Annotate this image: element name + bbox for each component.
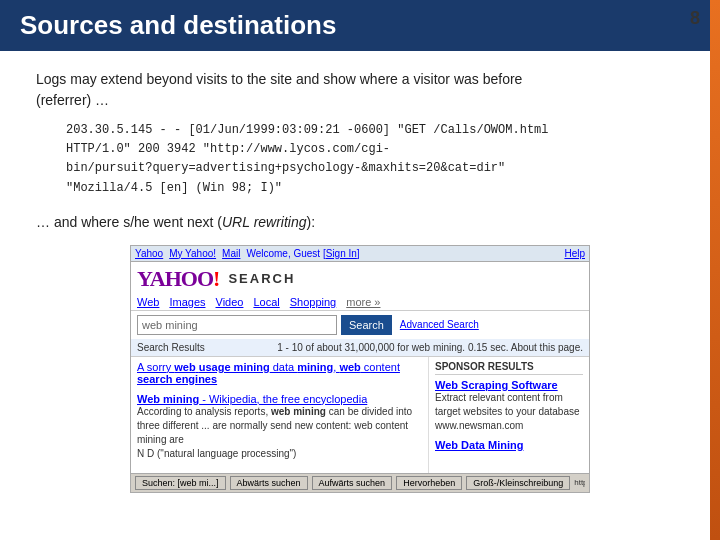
- yahoo-logo: YAHOO !: [137, 266, 220, 292]
- results-right: SPONSOR RESULTS Web Scraping Software Ex…: [429, 357, 589, 473]
- advanced-search-link[interactable]: Advanced Search: [400, 319, 479, 330]
- title-bar: Sources and destinations: [0, 0, 720, 51]
- taskbar-url: http://dcsb.yahoo.com/y1=Al-ge-ll%7e%1ew…: [574, 478, 585, 487]
- taskbar-hervorh-btn[interactable]: Hervorheben: [396, 476, 462, 490]
- search-input[interactable]: [137, 315, 337, 335]
- taskbar-aufwarts-btn[interactable]: Aufwärts suchen: [312, 476, 393, 490]
- signin-link[interactable]: Sign In: [326, 248, 357, 259]
- nav-local[interactable]: Local: [253, 296, 279, 308]
- yahoo-logo-text: YAHOO: [137, 266, 213, 292]
- taskbar-search-btn[interactable]: Suchen: [web mi...]: [135, 476, 226, 490]
- results-main: A sorry web usage mining data mining, we…: [131, 357, 589, 473]
- sponsor-title-2[interactable]: Web Data Mining: [435, 439, 583, 451]
- results-header-bar: Search Results 1 - 10 of about 31,000,00…: [131, 339, 589, 357]
- log-line2: HTTP/1.0" 200 3942 "http://www.lycos.com…: [66, 140, 684, 159]
- yahoo-screenshot: Yahoo My Yahoo! Mail Welcome, Guest [Sig…: [130, 245, 590, 493]
- results-header-label: Search Results: [137, 342, 205, 353]
- sponsor-desc-1: Extract relevant content from target web…: [435, 391, 583, 433]
- sponsor-item-1: Web Scraping Software Extract relevant c…: [435, 379, 583, 433]
- log-line4: "Mozilla/4.5 [en] (Win 98; I)": [66, 179, 684, 198]
- content-area: Logs may extend beyond visits to the sit…: [0, 51, 720, 503]
- intro-text: Logs may extend beyond visits to the sit…: [36, 69, 684, 111]
- taskbar-gross-btn[interactable]: Groß-/Kleinschreibung: [466, 476, 570, 490]
- welcome-text: Welcome, Guest [Sign In]: [246, 248, 359, 259]
- search-label: SEARCH: [228, 271, 295, 286]
- nav-images[interactable]: Images: [169, 296, 205, 308]
- sponsor-title-1[interactable]: Web Scraping Software: [435, 379, 583, 391]
- browser-top-bar: Yahoo My Yahoo! Mail Welcome, Guest [Sig…: [131, 246, 589, 262]
- yahoo-link[interactable]: Yahoo: [135, 248, 163, 259]
- result-title-1[interactable]: A sorry web usage mining data mining, we…: [137, 361, 422, 385]
- myyahoo-link[interactable]: My Yahoo!: [169, 248, 216, 259]
- nav-more[interactable]: more »: [346, 296, 380, 308]
- mail-link[interactable]: Mail: [222, 248, 240, 259]
- yahoo-nav: Web Images Video Local Shopping more »: [131, 294, 589, 311]
- taskbar: Suchen: [web mi...] Abwärts suchen Aufwä…: [131, 473, 589, 492]
- search-area: Search Advanced Search: [131, 311, 589, 339]
- browser-links: Yahoo My Yahoo! Mail Welcome, Guest [Sig…: [135, 248, 360, 259]
- result-desc-2: According to analysis reports, web minin…: [137, 405, 422, 461]
- result-item-2: Web mining - Wikipedia, the free encyclo…: [137, 393, 422, 461]
- page-title: Sources and destinations: [20, 10, 700, 41]
- results-left: A sorry web usage mining data mining, we…: [131, 357, 429, 473]
- slide-number: 8: [690, 8, 700, 29]
- result-title-2[interactable]: Web mining - Wikipedia, the free encyclo…: [137, 393, 422, 405]
- nav-video[interactable]: Video: [216, 296, 244, 308]
- log-line3: bin/pursuit?query=advertising+psychology…: [66, 159, 684, 178]
- sponsor-item-2: Web Data Mining: [435, 439, 583, 451]
- next-text: … and where s/he went next (URL rewritin…: [36, 212, 684, 233]
- nav-shopping[interactable]: Shopping: [290, 296, 337, 308]
- help-link[interactable]: Help: [564, 248, 585, 259]
- sponsor-header: SPONSOR RESULTS: [435, 361, 583, 375]
- taskbar-abwarts-btn[interactable]: Abwärts suchen: [230, 476, 308, 490]
- log-block: 203.30.5.145 - - [01/Jun/1999:03:09:21 -…: [66, 121, 684, 198]
- right-accent-bar: [710, 0, 720, 540]
- results-count: 1 - 10 of about 31,000,000 for web minin…: [277, 342, 583, 353]
- yahoo-exclaim: !: [213, 266, 220, 292]
- result-item-1: A sorry web usage mining data mining, we…: [137, 361, 422, 385]
- nav-web[interactable]: Web: [137, 296, 159, 308]
- yahoo-header: YAHOO ! SEARCH: [131, 262, 589, 294]
- log-line1: 203.30.5.145 - - [01/Jun/1999:03:09:21 -…: [66, 121, 684, 140]
- search-button[interactable]: Search: [341, 315, 392, 335]
